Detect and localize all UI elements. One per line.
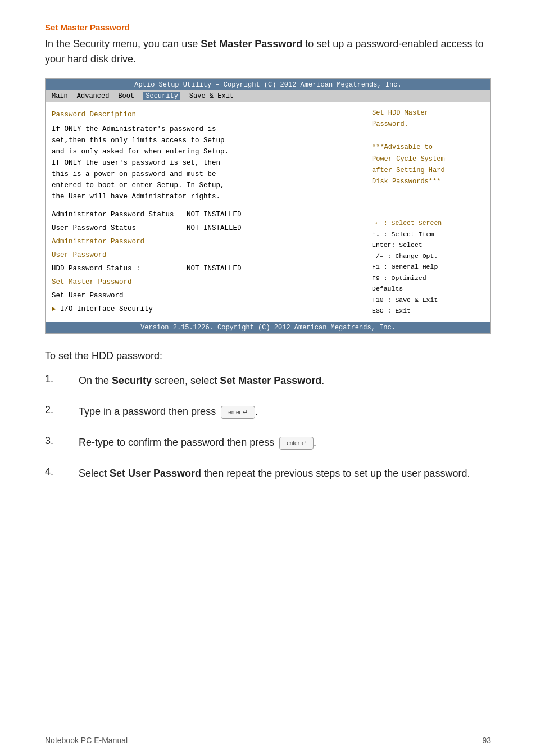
step-3: 3. Re-type to confirm the password then … [45, 435, 491, 450]
hdd-status-value: NOT INSTALLED [187, 263, 242, 274]
admin-status-label: Administrator Password Status [52, 209, 181, 220]
password-desc-text: If ONLY the Administrator's password is … [52, 124, 366, 202]
enter-label-3: enter [287, 439, 299, 447]
bios-right-bottom: →← : Select Screen ↑↓ : Select Item Ente… [372, 218, 484, 316]
step-4-content: Select Set User Password then repeat the… [79, 466, 491, 481]
bios-right-col: Set HDD Master Password. ***Advisable to… [372, 107, 484, 316]
bios-menu-main[interactable]: Main [52, 92, 68, 100]
footer-page-number: 93 [482, 736, 491, 745]
hdd-status-line: HDD Password Status : NOT INSTALLED [52, 263, 366, 274]
enter-symbol-3: ↵ [301, 438, 306, 448]
step-1-number: 1. [45, 373, 79, 385]
step-2-number: 2. [45, 404, 79, 416]
enter-label-2: enter [228, 408, 241, 417]
intro-text: In the Security menu, you can use Set Ma… [45, 37, 491, 67]
bios-left-panel: Password Description If ONLY the Adminis… [52, 107, 366, 316]
enter-key-2: enter ↵ [221, 406, 255, 419]
user-status-label: User Password Status [52, 223, 181, 234]
enter-key-3: enter ↵ [279, 437, 314, 450]
bios-right-top: Set HDD Master Password. ***Advisable to… [372, 107, 484, 188]
io-security-item[interactable]: I/O Interface Security [52, 304, 366, 315]
steps-list: 1. On the Security screen, select Set Ma… [45, 373, 491, 481]
bios-menu-bar: Main Advanced Boot Security Save & Exit [46, 90, 490, 102]
footer-left: Notebook PC E-Manual [45, 736, 128, 745]
set-user-item[interactable]: Set User Password [52, 290, 366, 301]
step-2: 2. Type in a password then press enter ↵… [45, 404, 491, 419]
password-desc-label: Password Description [52, 109, 366, 120]
bios-right-panel: Set HDD Master Password. ***Advisable to… [372, 107, 484, 316]
page-footer: Notebook PC E-Manual 93 [45, 731, 491, 745]
bios-screen: Aptio Setup Utility – Copyright (C) 2012… [45, 78, 491, 334]
section-title: Set Master Password [45, 22, 491, 32]
bios-menu-security[interactable]: Security [143, 92, 180, 100]
bios-menu-boot[interactable]: Boot [118, 92, 134, 100]
user-status-value: NOT INSTALLED [187, 223, 242, 234]
set-master-item[interactable]: Set Master Password [52, 277, 366, 288]
bios-body: Password Description If ONLY the Adminis… [46, 102, 490, 322]
step-1: 1. On the Security screen, select Set Ma… [45, 373, 491, 388]
user-status-line: User Password Status NOT INSTALLED [52, 223, 366, 234]
bios-menu-advanced[interactable]: Advanced [77, 92, 110, 100]
admin-password-item: Administrator Password [52, 236, 366, 247]
admin-status-line: Administrator Password Status NOT INSTAL… [52, 209, 366, 220]
enter-symbol-2: ↵ [243, 408, 248, 417]
step-3-content: Re-type to confirm the password then pre… [79, 435, 491, 450]
step-4: 4. Select Set User Password then repeat … [45, 466, 491, 481]
step-2-content: Type in a password then press enter ↵ . [79, 404, 491, 419]
user-password-item: User Password [52, 250, 366, 261]
bios-title-bar: Aptio Setup Utility – Copyright (C) 2012… [46, 79, 490, 90]
hdd-status-label: HDD Password Status : [52, 263, 181, 274]
step-1-content: On the Security screen, select Set Maste… [79, 373, 491, 388]
step-4-number: 4. [45, 466, 79, 478]
bios-footer: Version 2.15.1226. Copyright (C) 2012 Am… [46, 322, 490, 333]
step-3-number: 3. [45, 435, 79, 447]
instructions-title: To set the HDD password: [45, 350, 491, 362]
bios-menu-save-exit[interactable]: Save & Exit [189, 92, 234, 100]
admin-status-value: NOT INSTALLED [187, 209, 242, 220]
